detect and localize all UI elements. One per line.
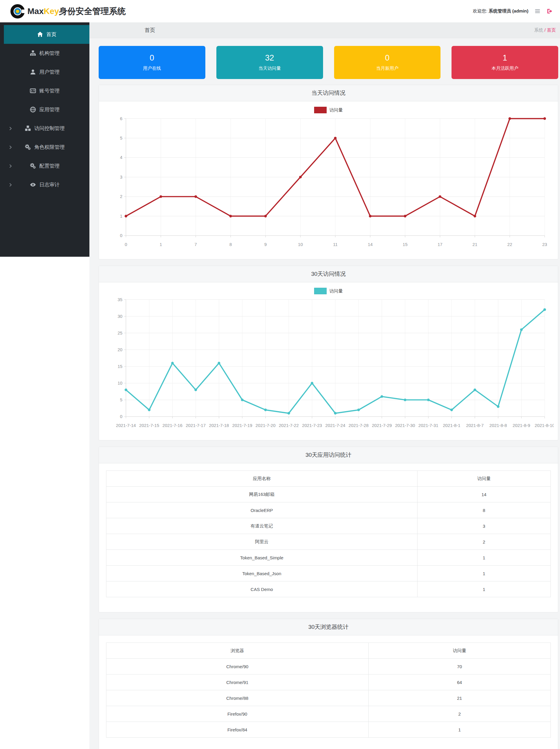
table-cell: 21 xyxy=(368,690,551,706)
svg-text:2021-8-9: 2021-8-9 xyxy=(513,423,530,428)
panel-browser-stats-title: 30天浏览器统计 xyxy=(99,619,558,636)
sitemap-icon xyxy=(30,50,36,56)
svg-text:2021-7-30: 2021-7-30 xyxy=(395,423,415,428)
sidebar-item-label: 账号管理 xyxy=(39,87,60,94)
table-header-row: 应用名称访问量 xyxy=(106,471,551,487)
logout-icon[interactable] xyxy=(546,8,553,14)
svg-text:3: 3 xyxy=(120,175,122,179)
sidebar-item-account-management[interactable]: 账号管理 xyxy=(0,81,89,100)
page-title: 首页 xyxy=(144,26,155,34)
sidebar-item-label: 机构管理 xyxy=(39,50,60,57)
sidebar-item-label: 应用管理 xyxy=(39,106,60,113)
svg-text:2021-7-18: 2021-7-18 xyxy=(209,423,229,428)
svg-text:2021-7-23: 2021-7-23 xyxy=(302,423,322,428)
stat-card-online-users: 0用户在线 xyxy=(99,46,205,79)
svg-text:21: 21 xyxy=(472,242,477,247)
svg-text:35: 35 xyxy=(117,297,122,302)
table-cell: Firefox/84 xyxy=(106,722,369,738)
chevron-right-icon xyxy=(8,183,13,187)
breadcrumb-section: 系统 xyxy=(534,27,543,33)
svg-text:2021-7-15: 2021-7-15 xyxy=(139,423,159,428)
breadcrumb-current[interactable]: 首页 xyxy=(547,27,556,33)
table-row: Token_Based_Json1 xyxy=(106,565,551,581)
table-cell: CAS Demo xyxy=(106,581,418,597)
table-row: Chrome/9164 xyxy=(106,675,551,690)
panel-app-visit-stats: 30天应用访问统计 应用名称访问量网易163邮箱14OracleERP8有道云笔… xyxy=(99,447,558,613)
welcome-text: 欢迎您: 系统管理员 (admin) xyxy=(473,8,529,14)
table-row: Token_Based_Simple1 xyxy=(106,550,551,565)
sidebar-item-config-management[interactable]: 配置管理 xyxy=(0,156,89,175)
svg-text:2021-7-31: 2021-7-31 xyxy=(419,423,439,428)
chevron-right-icon xyxy=(8,126,13,131)
svg-text:17: 17 xyxy=(438,242,442,247)
table-header-cell: 访问量 xyxy=(368,643,551,659)
svg-text:0: 0 xyxy=(120,414,122,419)
eye-icon xyxy=(30,181,36,188)
table-cell: 1 xyxy=(417,581,551,597)
svg-text:1: 1 xyxy=(160,242,162,247)
stat-card-value: 0 xyxy=(150,54,154,63)
panel-app-visit-stats-title: 30天应用访问统计 xyxy=(99,447,558,463)
table-row: Chrome/9070 xyxy=(106,659,551,675)
svg-text:2021-7-22: 2021-7-22 xyxy=(279,423,299,428)
breadcrumb-separator: / xyxy=(544,27,547,33)
svg-text:15: 15 xyxy=(117,364,122,369)
table-cell: OracleERP xyxy=(106,502,418,518)
svg-text:20: 20 xyxy=(117,347,122,352)
panel-today-visits: 当天访问情况 访问量 0178910111415172122230123456 xyxy=(99,85,558,259)
user-icon xyxy=(30,69,36,75)
panel-30day-visits: 30天访问情况 访问量 2021-7-142021-7-152021-7-162… xyxy=(99,266,558,441)
sidebar-item-user-management[interactable]: 用户管理 xyxy=(0,63,89,81)
stat-card-value: 1 xyxy=(503,54,507,63)
panel-30day-visits-title: 30天访问情况 xyxy=(99,266,558,282)
sidebar-item-audit-log[interactable]: 日志审计 xyxy=(0,175,89,194)
brand: MaxKey身份安全管理系统 xyxy=(10,4,126,19)
stat-card-value: 32 xyxy=(265,54,274,63)
table-cell: 64 xyxy=(368,675,551,690)
svg-text:10: 10 xyxy=(298,242,303,247)
table-row: OracleERP8 xyxy=(106,502,551,518)
sidebar-item-label: 配置管理 xyxy=(39,163,60,169)
svg-text:2021-8-1: 2021-8-1 xyxy=(443,423,461,428)
chevron-right-icon xyxy=(8,164,13,169)
home-icon xyxy=(37,31,43,38)
table-cell: 14 xyxy=(417,487,551,502)
sidebar-item-label: 访问控制管理 xyxy=(34,125,65,132)
svg-text:2021-7-16: 2021-7-16 xyxy=(162,423,182,428)
stat-card-label: 本月活跃用户 xyxy=(491,66,518,71)
breadcrumb: 系统 / 首页 xyxy=(534,27,556,33)
stat-card-label: 用户在线 xyxy=(143,66,161,71)
sidebar-item-label: 角色权限管理 xyxy=(34,144,65,151)
table-header-cell: 浏览器 xyxy=(106,643,369,659)
sidebar-item-role-permission[interactable]: 角色权限管理 xyxy=(0,138,89,156)
sidebar-item-home[interactable]: 首页 xyxy=(4,25,89,44)
hamburger-menu-icon[interactable] xyxy=(534,8,541,14)
svg-text:2021-7-14: 2021-7-14 xyxy=(116,423,136,428)
stat-card-value: 0 xyxy=(385,54,389,63)
sidebar-item-app-management[interactable]: 应用管理 xyxy=(0,100,89,119)
table-cell: 1 xyxy=(417,565,551,581)
sidebar-item-access-control[interactable]: 访问控制管理 xyxy=(0,119,89,138)
svg-text:10: 10 xyxy=(117,381,122,386)
svg-text:0: 0 xyxy=(125,242,127,247)
table-cell: Chrome/88 xyxy=(106,690,369,706)
svg-text:0: 0 xyxy=(120,233,122,238)
sidebar-item-org-management[interactable]: 机构管理 xyxy=(0,44,89,63)
svg-text:2021-7-24: 2021-7-24 xyxy=(326,423,345,428)
chart-legend[interactable]: 访问量 xyxy=(103,107,554,113)
svg-text:2021-8-8: 2021-8-8 xyxy=(489,423,507,428)
chart-legend[interactable]: 访问量 xyxy=(103,288,554,294)
svg-text:30: 30 xyxy=(117,314,122,319)
svg-text:2021-7-29: 2021-7-29 xyxy=(372,423,392,428)
app-visits-table: 应用名称访问量网易163邮箱14OracleERP8有道云笔记3阿里云2Toke… xyxy=(106,471,551,597)
svg-text:2021-7-20: 2021-7-20 xyxy=(255,423,275,428)
panel-today-visits-title: 当天访问情况 xyxy=(99,85,558,101)
app-header: MaxKey身份安全管理系统 欢迎您: 系统管理员 (admin) xyxy=(0,0,560,22)
table-row: Chrome/8821 xyxy=(106,690,551,706)
maxkey-logo-icon xyxy=(10,4,25,19)
svg-text:7: 7 xyxy=(195,242,197,247)
stat-card-active-users-month: 1本月活跃用户 xyxy=(451,46,558,79)
table-cell: 有道云笔记 xyxy=(106,518,418,534)
browser-visits-table: 浏览器访问量Chrome/9070Chrome/9164Chrome/8821F… xyxy=(106,643,551,738)
id-card-icon xyxy=(30,88,36,94)
